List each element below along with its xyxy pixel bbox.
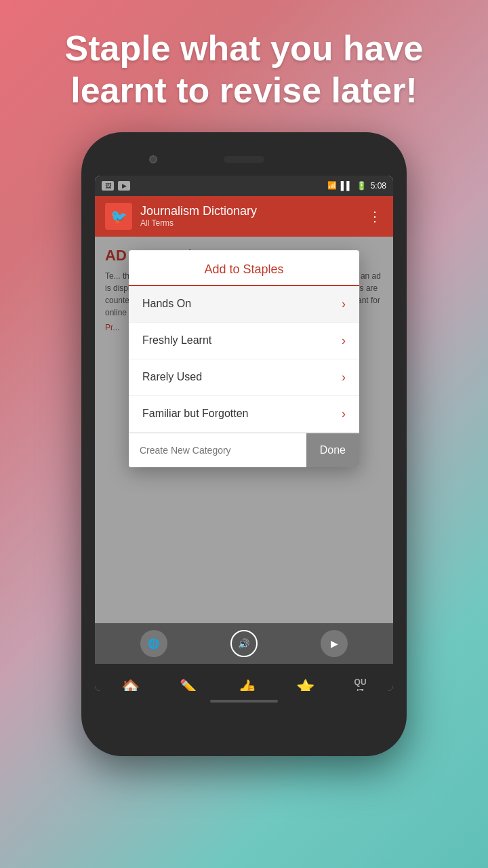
rarely-used-chevron: › bbox=[342, 370, 346, 384]
add-to-staples-dialog: Add to Staples Hands On › Freshly Learnt… bbox=[129, 250, 359, 467]
phone-camera bbox=[149, 155, 157, 163]
familiar-but-forgotten-label: Familiar but Forgotten bbox=[142, 408, 249, 420]
freshly-learnt-chevron: › bbox=[342, 334, 346, 348]
status-bar: 🖼 ▶ 📶 ▌▌ 🔋 5:08 bbox=[95, 176, 393, 196]
done-button[interactable]: Done bbox=[306, 433, 359, 467]
nav-home-button[interactable]: 🏠 bbox=[121, 679, 140, 691]
media-bar: 🌐 🔊 ▶ bbox=[95, 623, 393, 664]
headline: Staple what you have learnt to revise la… bbox=[24, 0, 464, 132]
app-title-block: Journalism Dictionary All Terms bbox=[140, 204, 360, 228]
freshly-learnt-label: Freshly Learnt bbox=[142, 334, 211, 347]
dialog-list: Hands On › Freshly Learnt › Rarely Used … bbox=[129, 286, 359, 433]
dialog-overlay: Add to Staples Hands On › Freshly Learnt… bbox=[95, 237, 393, 623]
bottom-nav: 🏠 ✏️ 👍 ⭐ QUIZ bbox=[95, 664, 393, 691]
play-status-icon: ▶ bbox=[118, 181, 130, 191]
phone-screen: 🖼 ▶ 📶 ▌▌ 🔋 5:08 🐦 Journalism Dictionary … bbox=[95, 176, 393, 691]
dialog-title: Add to Staples bbox=[129, 250, 359, 286]
list-item-hands-on[interactable]: Hands On › bbox=[129, 286, 359, 323]
phone-frame: 🖼 ▶ 📶 ▌▌ 🔋 5:08 🐦 Journalism Dictionary … bbox=[81, 132, 407, 756]
rarely-used-label: Rarely Used bbox=[142, 371, 202, 383]
status-right: 📶 ▌▌ 🔋 5:08 bbox=[327, 181, 386, 191]
status-left-icons: 🖼 ▶ bbox=[102, 181, 130, 191]
overflow-menu-icon[interactable]: ⋮ bbox=[368, 208, 383, 224]
phone-bottom bbox=[95, 691, 393, 711]
home-indicator bbox=[210, 700, 278, 703]
app-title: Journalism Dictionary bbox=[140, 204, 360, 218]
media-btn-sound[interactable]: 🔊 bbox=[230, 630, 258, 657]
nav-write-button[interactable]: ✏️ bbox=[180, 679, 198, 691]
battery-icon: 🔋 bbox=[357, 181, 367, 191]
list-item-freshly-learnt[interactable]: Freshly Learnt › bbox=[129, 323, 359, 359]
app-logo-icon: 🐦 bbox=[105, 203, 132, 230]
list-item-familiar-but-forgotten[interactable]: Familiar but Forgotten › bbox=[129, 396, 359, 433]
media-btn-globe[interactable]: 🌐 bbox=[140, 630, 167, 657]
main-content: AD Impression Te... the number of times … bbox=[95, 237, 393, 623]
dialog-actions: Done bbox=[129, 433, 359, 467]
headline-line1: Staple what you have bbox=[65, 28, 424, 68]
nav-star-button[interactable]: ⭐ bbox=[296, 679, 314, 691]
create-category-input[interactable] bbox=[129, 433, 306, 467]
wifi-icon: 📶 bbox=[327, 181, 337, 190]
app-subtitle: All Terms bbox=[140, 218, 360, 228]
hands-on-label: Hands On bbox=[142, 298, 191, 310]
list-item-rarely-used[interactable]: Rarely Used › bbox=[129, 359, 359, 396]
familiar-but-forgotten-chevron: › bbox=[342, 407, 346, 421]
status-time: 5:08 bbox=[371, 181, 386, 191]
phone-top-bar bbox=[95, 146, 393, 173]
app-toolbar: 🐦 Journalism Dictionary All Terms ⋮ bbox=[95, 196, 393, 237]
image-status-icon: 🖼 bbox=[102, 181, 114, 191]
nav-thumbs-button[interactable]: 👍 bbox=[238, 679, 256, 691]
signal-icon: ▌▌ bbox=[341, 181, 352, 191]
nav-quiz-button[interactable]: QUIZ bbox=[354, 677, 367, 690]
hands-on-chevron: › bbox=[342, 297, 346, 311]
media-btn-play-arrow[interactable]: ▶ bbox=[321, 630, 348, 657]
phone-speaker bbox=[224, 156, 264, 163]
headline-line2: learnt to revise later! bbox=[70, 71, 418, 110]
